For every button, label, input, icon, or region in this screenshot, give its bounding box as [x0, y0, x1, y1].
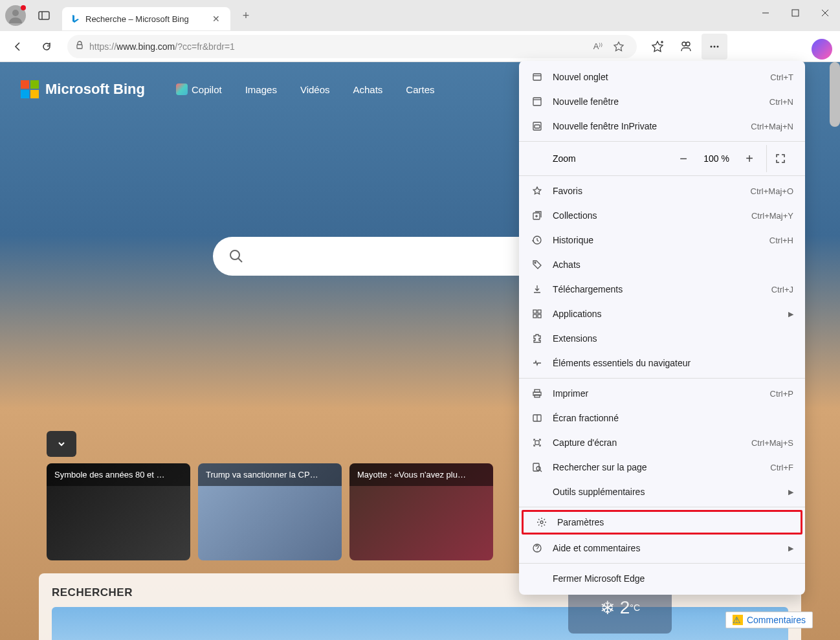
menu-history[interactable]: Historique Ctrl+H [519, 228, 805, 252]
svg-point-13 [714, 45, 716, 47]
menu-shortcut: Ctrl+J [771, 285, 793, 294]
scrollbar[interactable] [830, 62, 840, 127]
menu-shopping[interactable]: Achats [519, 252, 805, 277]
address-bar[interactable]: https://www.bing.com/?cc=fr&brdr=1 A⁾⁾ [67, 35, 637, 58]
url-text: https://www.bing.com/?cc=fr&brdr=1 [89, 41, 588, 52]
tab-actions-button[interactable] [31, 3, 57, 28]
split-screen-icon [531, 412, 544, 425]
bing-nav: Copilot Images Vidéos Achats Cartes [176, 83, 435, 95]
favorites-button[interactable] [645, 34, 670, 60]
close-window-button[interactable] [810, 0, 840, 26]
svg-rect-1 [39, 12, 49, 19]
minimize-button[interactable] [751, 0, 780, 26]
menu-new-window[interactable]: Nouvelle fenêtre Ctrl+N [519, 89, 805, 114]
weather-temp: 2 [620, 597, 630, 618]
svg-point-12 [711, 45, 713, 47]
help-icon [531, 542, 544, 555]
collections-button[interactable] [673, 34, 699, 60]
print-icon [531, 387, 544, 400]
collections-icon [531, 209, 544, 222]
svg-rect-17 [533, 74, 541, 80]
svg-rect-19 [533, 98, 541, 105]
menu-close-edge[interactable]: Fermer Microsoft Edge [519, 566, 805, 591]
nav-images-label: Images [245, 84, 277, 95]
menu-divider [519, 378, 805, 379]
nav-copilot[interactable]: Copilot [176, 83, 222, 95]
nav-achats[interactable]: Achats [353, 83, 383, 95]
menu-help[interactable]: Aide et commentaires ▶ [519, 536, 805, 560]
news-card[interactable]: Mayotte : «Vous n'avez plu… [349, 463, 493, 560]
favorite-star-button[interactable] [608, 36, 629, 57]
window-controls [751, 0, 840, 26]
menu-print[interactable]: Imprimer Ctrl+P [519, 381, 805, 406]
svg-rect-37 [535, 441, 539, 445]
news-card-title: Trump va sanctionner la CP… [198, 463, 342, 486]
menu-shortcut: Ctrl+Maj+N [751, 122, 793, 131]
menu-shortcut: Ctrl+F [770, 463, 793, 472]
carousel-expand-button[interactable] [47, 431, 76, 457]
tag-icon [531, 258, 544, 271]
settings-menu: Nouvel onglet Ctrl+T Nouvelle fenêtre Ct… [519, 61, 805, 595]
copilot-icon[interactable] [812, 39, 832, 60]
svg-rect-22 [535, 125, 540, 128]
svg-line-40 [540, 470, 542, 472]
menu-screenshot[interactable]: Capture d'écran Ctrl+Maj+S [519, 430, 805, 455]
svg-point-11 [686, 42, 690, 46]
news-card[interactable]: Trump va sanctionner la CP… [198, 463, 342, 560]
menu-label: Capture d'écran [553, 437, 751, 448]
menu-label: Collections [553, 210, 751, 221]
menu-collections[interactable]: Collections Ctrl+Maj+Y [519, 203, 805, 228]
fullscreen-button[interactable] [766, 145, 793, 172]
nav-images[interactable]: Images [245, 83, 277, 95]
menu-shortcut: Ctrl+Maj+O [751, 186, 793, 196]
svg-rect-29 [538, 310, 541, 313]
comments-button[interactable]: ⚠ Commentaires [725, 612, 813, 628]
new-window-icon [531, 95, 544, 108]
maximize-button[interactable] [780, 0, 810, 26]
svg-rect-28 [533, 310, 536, 313]
refresh-button[interactable] [34, 34, 60, 60]
menu-label: Rechercher sur la page [553, 462, 770, 472]
menu-divider [519, 141, 805, 142]
zoom-in-button[interactable]: + [738, 147, 761, 170]
menu-favorites[interactable]: Favoris Ctrl+Maj+O [519, 179, 805, 203]
menu-essentials[interactable]: Éléments essentiels du navigateur [519, 351, 805, 375]
menu-downloads[interactable]: Téléchargements Ctrl+J [519, 277, 805, 302]
bing-logo[interactable]: Microsoft Bing [21, 80, 145, 98]
menu-inprivate[interactable]: Nouvelle fenêtre InPrivate Ctrl+Maj+N [519, 114, 805, 138]
comments-label: Commentaires [747, 615, 806, 625]
profile-icon[interactable] [5, 5, 26, 26]
menu-label: Paramètres [557, 517, 789, 527]
more-button[interactable] [702, 34, 727, 60]
new-tab-button[interactable]: + [236, 5, 256, 26]
svg-rect-34 [535, 395, 540, 397]
menu-apps[interactable]: Applications ▶ [519, 302, 805, 326]
svg-point-0 [12, 10, 19, 16]
menu-label: Nouvel onglet [553, 72, 770, 82]
close-tab-button[interactable]: ✕ [210, 12, 223, 25]
nav-videos[interactable]: Vidéos [300, 83, 330, 95]
menu-settings[interactable]: Paramètres [522, 510, 802, 535]
menu-new-tab[interactable]: Nouvel onglet Ctrl+T [519, 65, 805, 89]
zoom-label: Zoom [531, 153, 672, 164]
nav-cartes-label: Cartes [406, 84, 434, 95]
browser-tab[interactable]: Recherche – Microsoft Bing ✕ [62, 7, 230, 30]
menu-extensions[interactable]: Extensions [519, 326, 805, 351]
back-button[interactable] [5, 34, 31, 60]
menu-more-tools[interactable]: Outils supplémentaires ▶ [519, 480, 805, 504]
read-aloud-button[interactable]: A⁾⁾ [588, 36, 608, 57]
nav-cartes[interactable]: Cartes [406, 83, 434, 95]
menu-find[interactable]: Rechercher sur la page Ctrl+F [519, 455, 805, 480]
menu-split-screen[interactable]: Écran fractionné [519, 406, 805, 430]
search-icon [228, 248, 244, 264]
menu-label: Écran fractionné [553, 413, 793, 423]
download-icon [531, 283, 544, 296]
sky-image [52, 607, 788, 640]
svg-point-10 [682, 42, 686, 46]
find-icon [531, 461, 544, 474]
news-card[interactable]: Symbole des années 80 et … [47, 463, 190, 560]
menu-divider [519, 507, 805, 507]
zoom-out-button[interactable]: − [672, 147, 695, 170]
svg-point-41 [540, 521, 543, 524]
heartbeat-icon [531, 357, 544, 370]
